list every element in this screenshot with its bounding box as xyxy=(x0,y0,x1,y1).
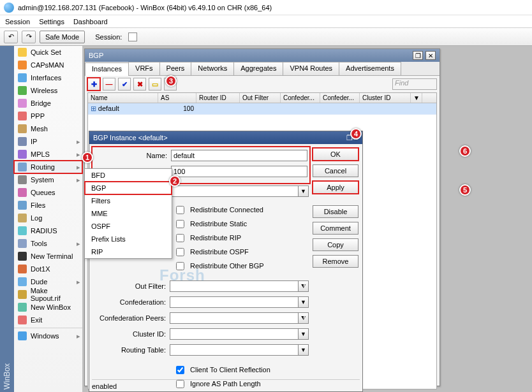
client-to-client-checkbox[interactable] xyxy=(176,366,184,374)
col-header[interactable]: Confeder... xyxy=(320,93,360,103)
menubar: Session Settings Dashboard xyxy=(0,15,532,28)
sidebar-item-queues[interactable]: Queues xyxy=(14,186,82,199)
sidebar-item-windows[interactable]: Windows▸ xyxy=(14,330,82,342)
cancel-button[interactable]: Cancel xyxy=(313,164,358,177)
sidebar-item-quick-set[interactable]: Quick Set xyxy=(14,46,82,59)
submenu-item-bgp[interactable]: BGP xyxy=(85,182,172,194)
sidebar-item-exit[interactable]: Exit xyxy=(14,314,82,326)
sidebar-item-make-supout.rif[interactable]: Make Supout.rif xyxy=(14,288,82,301)
tab-instances[interactable]: Instances xyxy=(85,62,129,76)
session-box[interactable] xyxy=(128,33,137,41)
app-icon xyxy=(4,3,14,13)
sidebar-item-interfaces[interactable]: Interfaces xyxy=(14,71,82,84)
tab-vrfs[interactable]: VRFs xyxy=(128,62,160,75)
confederation-peers-field[interactable] xyxy=(170,312,299,324)
confederation-field[interactable] xyxy=(170,296,299,308)
badge-4: 4 xyxy=(350,128,362,140)
name-field[interactable] xyxy=(171,150,307,161)
routing-table-label: Routing Table: xyxy=(93,346,170,354)
sidebar-item-radius[interactable]: RADIUS xyxy=(14,224,82,237)
confed-drop-icon[interactable]: ▼ xyxy=(299,296,309,308)
col-header[interactable]: Router ID xyxy=(196,93,240,103)
bgp-window-title[interactable]: BGP ❐ ✕ xyxy=(85,49,440,62)
sidebar-item-ip[interactable]: IP▸ xyxy=(14,135,82,148)
col-header[interactable]: Out Filter xyxy=(240,93,281,103)
sidebar-item-mpls[interactable]: MPLS▸ xyxy=(14,148,82,161)
redistribute-connected-checkbox[interactable] xyxy=(176,206,184,214)
col-menu-icon[interactable]: ▼ xyxy=(411,93,422,103)
submenu-item-mme[interactable]: MME xyxy=(85,207,172,220)
redistribute-ospf-checkbox[interactable] xyxy=(176,248,184,256)
sidebar-item-ppp[interactable]: PPP xyxy=(14,110,82,122)
submenu-item-rip[interactable]: RIP xyxy=(85,245,172,258)
comment-button[interactable]: ▭ xyxy=(149,78,161,91)
submenu-item-ospf[interactable]: OSPF xyxy=(85,220,172,233)
redistribute-rip-checkbox[interactable] xyxy=(176,234,184,242)
disable-instance-button[interactable]: Disable xyxy=(313,205,358,218)
instance-title[interactable]: BGP Instance <default> ❐ ✕ xyxy=(89,131,362,144)
safe-mode-button[interactable]: Safe Mode xyxy=(40,31,85,43)
bgp-close-icon[interactable]: ✕ xyxy=(425,51,436,60)
out-filter-drop-icon[interactable]: ⧨ xyxy=(299,280,309,292)
confederation-label: Confederation: xyxy=(93,298,170,306)
bgp-restore-icon[interactable]: ❐ xyxy=(413,51,423,60)
sidebar-item-dot1x[interactable]: Dot1X xyxy=(14,263,82,275)
cluster-id-drop-icon[interactable]: ▼ xyxy=(299,328,309,340)
table-row[interactable]: ⊞ default 100 xyxy=(88,103,436,115)
back-button[interactable]: ↶ xyxy=(4,31,18,43)
as-field[interactable] xyxy=(171,166,307,177)
sidebar-item-new-winbox[interactable]: New WinBox xyxy=(14,301,82,314)
sidebar-item-wireless[interactable]: Wireless xyxy=(14,84,82,97)
window-titlebar: admin@192.168.207.131 (Facebook) - WinBo… xyxy=(0,0,532,15)
disable-button[interactable]: ✖ xyxy=(133,78,146,91)
sidebar-item-log[interactable]: Log xyxy=(14,212,82,224)
menu-dashboard[interactable]: Dashboard xyxy=(73,18,108,25)
sidebar-item-tools[interactable]: Tools▸ xyxy=(14,237,82,250)
badge-5: 5 xyxy=(459,184,471,196)
find-input[interactable]: Find xyxy=(392,78,437,90)
routing-table-drop-icon[interactable]: ▼ xyxy=(299,344,309,356)
submenu-item-prefix-lists[interactable]: Prefix Lists xyxy=(85,233,172,245)
submenu-item-filters[interactable]: Filters xyxy=(85,194,172,207)
remove-instance-button[interactable]: Remove xyxy=(313,255,358,268)
confed-peers-drop-icon[interactable]: ⧨ xyxy=(299,312,309,324)
router-id-drop-icon[interactable]: ▼ xyxy=(299,185,309,197)
tab-advertisements[interactable]: Advertisements xyxy=(339,62,401,75)
name-label: Name: xyxy=(94,152,171,159)
sidebar-item-routing[interactable]: Routing▸ xyxy=(14,161,82,173)
col-header[interactable]: AS xyxy=(158,93,196,103)
col-header[interactable]: Name xyxy=(88,93,158,103)
sidebar-item-system[interactable]: System▸ xyxy=(14,173,82,186)
enable-button[interactable]: ✔ xyxy=(118,78,131,91)
tab-networks[interactable]: Networks xyxy=(191,62,234,75)
sidebar-item-capsman[interactable]: CAPsMAN xyxy=(14,59,82,71)
tab-vpn4-routes[interactable]: VPN4 Routes xyxy=(283,62,339,75)
router-id-field[interactable] xyxy=(170,185,299,197)
sidebar-item-dude[interactable]: Dude▸ xyxy=(14,275,82,288)
redistribute-other-bgp-checkbox[interactable] xyxy=(176,262,184,270)
ok-button[interactable]: OK xyxy=(313,148,358,161)
redistribute-static-checkbox[interactable] xyxy=(176,220,184,228)
tab-aggregates[interactable]: Aggregates xyxy=(233,62,283,75)
forward-button[interactable]: ↷ xyxy=(22,31,36,43)
apply-button[interactable]: Apply xyxy=(313,181,358,194)
tab-peers[interactable]: Peers xyxy=(159,62,192,75)
remove-button[interactable]: — xyxy=(103,78,115,91)
menu-settings[interactable]: Settings xyxy=(39,18,64,25)
sidebar-item-files[interactable]: Files xyxy=(14,199,82,212)
add-button[interactable]: ✚ xyxy=(87,78,100,91)
cluster-id-field[interactable] xyxy=(170,328,299,340)
routing-table-field[interactable] xyxy=(170,344,299,356)
status-bar: enabled xyxy=(92,379,360,391)
copy-button[interactable]: Copy xyxy=(313,238,358,251)
comment-instance-button[interactable]: Comment xyxy=(313,222,358,235)
menu-session[interactable]: Session xyxy=(5,18,30,25)
sidebar: Quick SetCAPsMANInterfacesWirelessBridge… xyxy=(14,46,83,392)
col-header[interactable]: Confeder... xyxy=(281,93,320,103)
sidebar-item-bridge[interactable]: Bridge xyxy=(14,97,82,110)
out-filter-field[interactable] xyxy=(170,280,299,292)
col-header[interactable]: Cluster ID xyxy=(360,93,411,103)
sidebar-item-new-terminal[interactable]: New Terminal xyxy=(14,250,82,263)
sidebar-item-mesh[interactable]: Mesh xyxy=(14,122,82,135)
submenu-item-bfd[interactable]: BFD xyxy=(85,169,172,182)
